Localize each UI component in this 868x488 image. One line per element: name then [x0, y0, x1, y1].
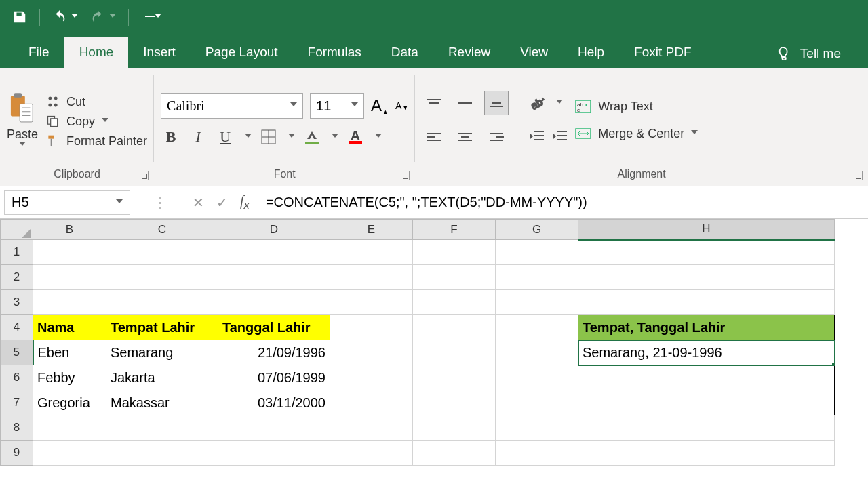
enter-formula-button[interactable]: ✓ [216, 195, 228, 211]
font-size-combo[interactable]: 11 [310, 93, 364, 119]
cell-H2[interactable] [578, 265, 835, 290]
cell-G9[interactable] [496, 441, 578, 466]
wrap-text-button[interactable]: abc Wrap Text [575, 98, 698, 115]
copy-button[interactable]: Copy [46, 115, 147, 129]
cell-D4[interactable]: Tanggal Lahir [218, 315, 330, 340]
col-header-G[interactable]: G [496, 220, 578, 240]
tab-insert[interactable]: Insert [128, 37, 191, 68]
cell-B7[interactable]: Gregoria [33, 390, 106, 415]
tab-home[interactable]: Home [64, 37, 129, 68]
row-header-9[interactable]: 9 [1, 441, 33, 466]
col-header-D[interactable]: D [218, 220, 330, 240]
cell-D3[interactable] [218, 290, 330, 315]
cell-G1[interactable] [496, 240, 578, 265]
cell-D6[interactable]: 07/06/1999 [218, 365, 330, 390]
font-color-dropdown[interactable] [375, 134, 382, 140]
cell-F4[interactable] [413, 315, 496, 340]
cell-F7[interactable] [413, 390, 496, 415]
borders-button[interactable] [258, 127, 279, 147]
cell-C5[interactable]: Semarang [106, 340, 218, 365]
row-header-5[interactable]: 5 [1, 340, 33, 365]
cell-C2[interactable] [106, 265, 218, 290]
row-header-4[interactable]: 4 [1, 315, 33, 340]
row-header-8[interactable]: 8 [1, 415, 33, 441]
cell-H6[interactable] [578, 365, 835, 390]
cell-D7[interactable]: 03/11/2000 [218, 390, 330, 415]
col-header-C[interactable]: C [106, 220, 218, 240]
cell-C1[interactable] [106, 240, 218, 265]
cell-H5[interactable]: Semarang, 21-09-1996 [578, 340, 835, 365]
cell-F9[interactable] [413, 441, 496, 466]
cell-F6[interactable] [413, 365, 496, 390]
align-right-button[interactable] [484, 125, 509, 149]
cell-D9[interactable] [218, 441, 330, 466]
tab-page-layout[interactable]: Page Layout [191, 37, 293, 68]
clipboard-launcher[interactable] [139, 171, 149, 180]
cell-H8[interactable] [578, 415, 835, 441]
formula-input[interactable] [259, 186, 868, 218]
cell-H4[interactable]: Tempat, Tanggal Lahir [578, 315, 835, 340]
insert-function-button[interactable]: fx [240, 193, 250, 212]
row-header-7[interactable]: 7 [1, 390, 33, 415]
tab-foxit-pdf[interactable]: Foxit PDF [619, 37, 706, 68]
cell-E3[interactable] [330, 290, 413, 315]
cell-G4[interactable] [496, 315, 578, 340]
undo-icon[interactable] [52, 9, 78, 24]
cell-C9[interactable] [106, 441, 218, 466]
cell-E4[interactable] [330, 315, 413, 340]
col-header-H[interactable]: H [578, 220, 835, 240]
tab-formulas[interactable]: Formulas [293, 37, 376, 68]
bold-button[interactable]: B [161, 127, 181, 147]
cell-E6[interactable] [330, 365, 413, 390]
align-left-button[interactable] [422, 125, 446, 149]
cell-G3[interactable] [496, 290, 578, 315]
tab-help[interactable]: Help [563, 37, 619, 68]
borders-dropdown[interactable] [288, 134, 295, 140]
decrease-font-button[interactable]: A▼ [395, 100, 408, 111]
decrease-indent-button[interactable] [529, 129, 545, 145]
customize-qat-icon[interactable] [141, 14, 161, 20]
row-header-6[interactable]: 6 [1, 365, 33, 390]
cell-D5[interactable]: 21/09/1996 [218, 340, 330, 365]
cell-C3[interactable] [106, 290, 218, 315]
cell-E9[interactable] [330, 441, 413, 466]
cell-H9[interactable] [578, 441, 835, 466]
fill-handle[interactable] [832, 363, 835, 365]
cell-C8[interactable] [106, 415, 218, 441]
align-bottom-button[interactable] [484, 91, 509, 115]
cell-B1[interactable] [33, 240, 106, 265]
redo-icon[interactable] [90, 9, 116, 24]
font-launcher[interactable] [400, 171, 410, 180]
tell-me-search[interactable]: Tell me [764, 39, 854, 68]
fill-color-button[interactable] [302, 127, 322, 147]
save-icon[interactable] [12, 9, 27, 24]
cell-F3[interactable] [413, 290, 496, 315]
cell-H7[interactable] [578, 390, 835, 415]
underline-dropdown[interactable] [245, 134, 252, 140]
cell-B5[interactable]: Eben [33, 340, 106, 365]
cell-F1[interactable] [413, 240, 496, 265]
cell-E8[interactable] [330, 415, 413, 441]
col-header-F[interactable]: F [413, 220, 496, 240]
cell-E2[interactable] [330, 265, 413, 290]
col-header-E[interactable]: E [330, 220, 413, 240]
cell-B3[interactable] [33, 290, 106, 315]
alignment-launcher[interactable] [853, 171, 863, 180]
orientation-button[interactable]: ab [529, 94, 547, 113]
cell-D8[interactable] [218, 415, 330, 441]
cell-G5[interactable] [496, 340, 578, 365]
font-color-button[interactable]: A [345, 127, 366, 147]
font-name-combo[interactable]: Calibri [161, 93, 303, 119]
underline-button[interactable]: U [215, 127, 235, 147]
cell-E7[interactable] [330, 390, 413, 415]
tab-review[interactable]: Review [433, 37, 505, 68]
cell-B4[interactable]: Nama [33, 315, 106, 340]
cell-C6[interactable]: Jakarta [106, 365, 218, 390]
tab-data[interactable]: Data [376, 37, 433, 68]
align-middle-button[interactable] [453, 91, 477, 115]
increase-indent-button[interactable] [552, 129, 568, 145]
cancel-formula-button[interactable]: ✕ [193, 195, 204, 211]
cell-G6[interactable] [496, 365, 578, 390]
select-all-button[interactable] [1, 220, 33, 240]
format-painter-button[interactable]: Format Painter [46, 134, 147, 148]
